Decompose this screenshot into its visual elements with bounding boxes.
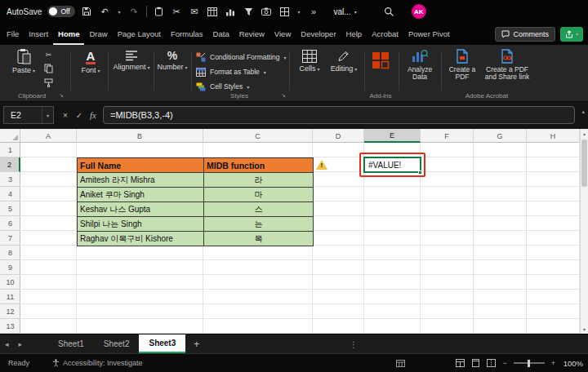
number-group-button[interactable]: % Number▾ [157, 50, 188, 72]
row-header-2[interactable]: 2 [0, 157, 20, 172]
paste-button[interactable]: Paste▾ [7, 48, 41, 75]
filter-icon[interactable] [243, 4, 255, 19]
mail-icon[interactable]: ✉ [189, 4, 201, 19]
sheet-tab-sheet2[interactable]: Sheet2 [94, 334, 140, 353]
column-header-B[interactable]: B [77, 129, 203, 143]
analyze-data-button[interactable]: Analyze Data [402, 49, 438, 82]
view-shortcuts-icon[interactable] [396, 360, 405, 367]
borders-icon[interactable] [278, 4, 291, 19]
scrollbar-thumb[interactable] [581, 140, 587, 187]
tab-help[interactable]: Help [341, 23, 368, 45]
zoom-in-icon[interactable]: + [551, 359, 555, 367]
editing-group-button[interactable]: Editing▾ [327, 50, 361, 73]
name-box-caret-icon[interactable]: ▾ [42, 107, 53, 123]
scroll-up-icon[interactable]: ▴ [581, 129, 588, 138]
cell-styles-button[interactable]: Cell Styles ▾ [196, 80, 249, 93]
qat-overflow-icon[interactable]: » [308, 4, 320, 19]
row-header-13[interactable]: 13 [0, 319, 20, 334]
column-header-G[interactable]: G [474, 129, 527, 143]
comments-button[interactable]: Comments [495, 27, 555, 42]
row-header-4[interactable]: 4 [0, 187, 20, 202]
cell-B5[interactable]: Keshav 나스 Gupta [78, 202, 204, 217]
autosave-toggle[interactable]: Off [47, 6, 74, 17]
zoom-slider-thumb[interactable] [528, 360, 530, 367]
row-header-11[interactable]: 11 [0, 290, 20, 304]
redo-icon[interactable]: ↷ [128, 4, 140, 19]
table-icon[interactable] [207, 4, 219, 19]
row-header-3[interactable]: 3 [0, 172, 20, 187]
save-icon[interactable] [81, 4, 93, 19]
new-sheet-icon[interactable]: + [185, 334, 207, 353]
row-header-6[interactable]: 6 [0, 216, 20, 231]
cell-C7[interactable]: 목 [204, 232, 314, 246]
clipboard-icon[interactable] [153, 4, 165, 19]
cell-B2[interactable]: Full Name [78, 158, 204, 173]
row-header-5[interactable]: 5 [0, 202, 20, 216]
styles-dialog-launcher-icon[interactable]: ↘ [281, 92, 286, 99]
fill-handle[interactable] [418, 170, 422, 175]
sheet-tab-sheet3[interactable]: Sheet3 [139, 334, 185, 353]
normal-view-icon[interactable] [456, 359, 465, 367]
cell-B3[interactable]: Amitesh 라지 Mishra [78, 173, 204, 188]
column-header-D[interactable]: D [313, 129, 364, 143]
cell-C5[interactable]: 스 [204, 202, 314, 217]
row-header-9[interactable]: 9 [0, 260, 20, 275]
cancel-icon[interactable]: × [59, 106, 72, 124]
column-header-F[interactable]: F [421, 129, 474, 143]
add-ins-button[interactable] [369, 51, 392, 70]
row-header-8[interactable]: 8 [0, 246, 20, 260]
tab-data[interactable]: Data [208, 23, 234, 45]
tab-view[interactable]: View [270, 23, 296, 45]
cells-group-button[interactable]: Cells▾ [294, 50, 325, 73]
cut-icon[interactable]: ✂ [171, 4, 183, 19]
tab-power-pivot[interactable]: Power Pivot [403, 23, 455, 45]
cell-C6[interactable]: 는 [204, 217, 314, 232]
clipboard-dialog-launcher-icon[interactable]: ↘ [59, 92, 64, 99]
tab-formulas[interactable]: Formulas [166, 23, 208, 45]
enter-icon[interactable]: ✓ [73, 106, 86, 124]
collapse-formula-bar-icon[interactable]: ▴ [581, 108, 585, 115]
zoom-out-icon[interactable]: − [502, 359, 506, 367]
row-header-12[interactable]: 12 [0, 304, 20, 319]
tab-insert[interactable]: Insert [24, 23, 53, 45]
row-header-10[interactable]: 10 [0, 275, 20, 290]
cell-C2[interactable]: MIDB function [204, 158, 314, 173]
tab-review[interactable]: Review [234, 23, 270, 45]
cell-B4[interactable]: Aniket 쿠마 Singh [78, 188, 204, 202]
copy-button[interactable] [44, 64, 53, 73]
qat-customize-icon[interactable]: ▾ [296, 4, 302, 19]
sheet-nav-right-icon[interactable]: ▸ [14, 334, 28, 353]
spreadsheet-grid[interactable]: ABCDEFGH12345678910111213 Full Name MIDB… [0, 129, 580, 334]
document-title[interactable]: val... ▾ [334, 7, 357, 16]
alignment-group-button[interactable]: Alignment▾ [113, 50, 150, 72]
tab-home[interactable]: Home [53, 23, 84, 45]
formula-input[interactable]: =MIDB(B3,3,-4) [103, 106, 575, 124]
conditional-formatting-button[interactable]: Conditional Formatting ▾ [196, 51, 287, 64]
tab-draw[interactable]: Draw [84, 23, 112, 45]
cell-C4[interactable]: 마 [204, 188, 314, 202]
page-layout-view-icon[interactable] [471, 359, 480, 367]
chart-icon[interactable] [225, 4, 237, 19]
font-group-button[interactable]: A Font▾ [77, 50, 105, 75]
select-all-corner[interactable] [0, 129, 20, 143]
cut-button[interactable]: ✂ [46, 51, 52, 59]
create-pdf-button[interactable]: Create a PDF [444, 49, 480, 82]
scroll-down-icon[interactable]: ▾ [581, 325, 588, 334]
cell-C3[interactable]: 라 [204, 173, 314, 188]
undo-icon[interactable]: ↶ [99, 4, 111, 19]
cell-B7[interactable]: Raghav 이목구비 Kishore [78, 232, 204, 246]
zoom-level[interactable]: 100% [562, 359, 583, 368]
create-pdf-share-button[interactable]: Create a PDF and Share link [483, 49, 531, 82]
column-header-A[interactable]: A [20, 129, 77, 143]
insert-function-icon[interactable]: fx [87, 106, 100, 124]
sheet-menu-icon[interactable]: ⋮ [350, 334, 358, 354]
column-header-E[interactable]: E [364, 129, 421, 143]
camera-icon[interactable] [261, 4, 273, 19]
column-header-H[interactable]: H [527, 129, 580, 143]
accessibility-status[interactable]: Accessibility: Investigate [52, 359, 143, 367]
undo-dropdown-icon[interactable]: ▾ [117, 4, 122, 19]
page-break-view-icon[interactable] [487, 359, 496, 367]
sheet-nav-left-icon[interactable]: ◂ [0, 334, 14, 353]
column-header-C[interactable]: C [203, 129, 313, 143]
search-icon[interactable] [384, 7, 394, 17]
